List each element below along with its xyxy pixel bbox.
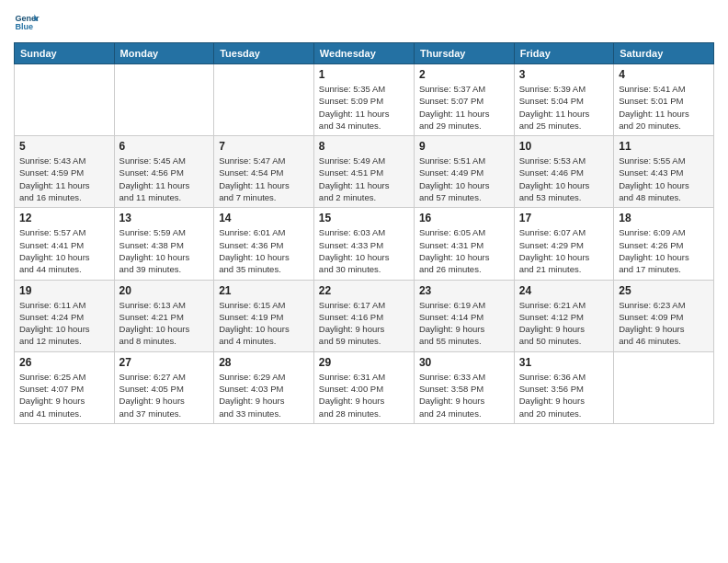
week-row-3: 12Sunrise: 5:57 AM Sunset: 4:41 PM Dayli… xyxy=(15,208,714,280)
day-number: 8 xyxy=(319,140,409,153)
day-number: 31 xyxy=(519,356,609,369)
day-info: Sunrise: 5:37 AM Sunset: 5:07 PM Dayligh… xyxy=(419,83,509,132)
day-info: Sunrise: 6:36 AM Sunset: 3:56 PM Dayligh… xyxy=(519,371,609,419)
day-number: 26 xyxy=(19,356,109,369)
calendar-cell: 27Sunrise: 6:27 AM Sunset: 4:05 PM Dayli… xyxy=(114,351,214,423)
day-info: Sunrise: 5:55 AM Sunset: 4:43 PM Dayligh… xyxy=(619,155,709,203)
day-number: 7 xyxy=(219,140,309,153)
day-info: Sunrise: 5:57 AM Sunset: 4:41 PM Dayligh… xyxy=(19,226,109,275)
week-row-1: 1Sunrise: 5:35 AM Sunset: 5:09 PM Daylig… xyxy=(15,64,714,136)
day-number: 22 xyxy=(319,284,409,297)
day-number: 24 xyxy=(519,284,609,297)
col-header-wednesday: Wednesday xyxy=(313,43,414,64)
logo-icon: General Blue xyxy=(14,9,40,35)
day-info: Sunrise: 5:53 AM Sunset: 4:46 PM Dayligh… xyxy=(519,155,609,203)
calendar-cell xyxy=(614,351,714,423)
calendar-cell: 11Sunrise: 5:55 AM Sunset: 4:43 PM Dayli… xyxy=(614,136,714,208)
day-number: 20 xyxy=(119,284,210,297)
day-number: 28 xyxy=(219,356,309,369)
calendar-cell: 24Sunrise: 6:21 AM Sunset: 4:12 PM Dayli… xyxy=(514,280,613,351)
col-header-monday: Monday xyxy=(114,43,214,64)
calendar-cell: 5Sunrise: 5:43 AM Sunset: 4:59 PM Daylig… xyxy=(15,136,115,208)
day-info: Sunrise: 6:11 AM Sunset: 4:24 PM Dayligh… xyxy=(19,299,109,348)
day-info: Sunrise: 6:33 AM Sunset: 3:58 PM Dayligh… xyxy=(419,371,509,419)
day-number: 23 xyxy=(419,284,509,297)
day-info: Sunrise: 6:05 AM Sunset: 4:31 PM Dayligh… xyxy=(419,226,509,275)
calendar-cell: 3Sunrise: 5:39 AM Sunset: 5:04 PM Daylig… xyxy=(514,64,613,136)
day-number: 2 xyxy=(419,68,509,81)
calendar-cell: 2Sunrise: 5:37 AM Sunset: 5:07 PM Daylig… xyxy=(414,64,514,136)
col-header-sunday: Sunday xyxy=(15,43,115,64)
calendar-cell: 30Sunrise: 6:33 AM Sunset: 3:58 PM Dayli… xyxy=(414,351,514,423)
col-header-friday: Friday xyxy=(514,43,613,64)
day-number: 17 xyxy=(519,212,609,224)
col-header-thursday: Thursday xyxy=(414,43,514,64)
day-info: Sunrise: 6:07 AM Sunset: 4:29 PM Dayligh… xyxy=(519,226,609,275)
day-number: 27 xyxy=(119,356,210,369)
calendar-cell: 22Sunrise: 6:17 AM Sunset: 4:16 PM Dayli… xyxy=(313,280,414,351)
day-info: Sunrise: 5:59 AM Sunset: 4:38 PM Dayligh… xyxy=(119,226,210,275)
day-number: 13 xyxy=(119,212,210,224)
calendar-cell: 16Sunrise: 6:05 AM Sunset: 4:31 PM Dayli… xyxy=(414,208,514,280)
col-header-tuesday: Tuesday xyxy=(214,43,314,64)
day-info: Sunrise: 6:31 AM Sunset: 4:00 PM Dayligh… xyxy=(319,371,409,419)
day-info: Sunrise: 5:51 AM Sunset: 4:49 PM Dayligh… xyxy=(419,155,509,203)
page-container: General Blue SundayMondayTuesdayWednesda… xyxy=(0,0,728,429)
calendar-cell: 1Sunrise: 5:35 AM Sunset: 5:09 PM Daylig… xyxy=(313,64,414,136)
calendar-cell: 15Sunrise: 6:03 AM Sunset: 4:33 PM Dayli… xyxy=(313,208,414,280)
day-info: Sunrise: 6:03 AM Sunset: 4:33 PM Dayligh… xyxy=(319,226,409,275)
day-number: 6 xyxy=(119,140,210,153)
day-info: Sunrise: 5:45 AM Sunset: 4:56 PM Dayligh… xyxy=(119,155,210,203)
day-info: Sunrise: 6:23 AM Sunset: 4:09 PM Dayligh… xyxy=(619,299,709,348)
week-row-5: 26Sunrise: 6:25 AM Sunset: 4:07 PM Dayli… xyxy=(15,351,714,423)
calendar-cell: 8Sunrise: 5:49 AM Sunset: 4:51 PM Daylig… xyxy=(313,136,414,208)
calendar-cell: 12Sunrise: 5:57 AM Sunset: 4:41 PM Dayli… xyxy=(15,208,115,280)
calendar-cell: 17Sunrise: 6:07 AM Sunset: 4:29 PM Dayli… xyxy=(514,208,613,280)
day-number: 29 xyxy=(319,356,409,369)
calendar-cell: 19Sunrise: 6:11 AM Sunset: 4:24 PM Dayli… xyxy=(15,280,115,351)
col-header-saturday: Saturday xyxy=(614,43,714,64)
day-info: Sunrise: 5:39 AM Sunset: 5:04 PM Dayligh… xyxy=(519,83,609,132)
day-number: 15 xyxy=(319,212,409,224)
calendar-cell: 4Sunrise: 5:41 AM Sunset: 5:01 PM Daylig… xyxy=(614,64,714,136)
day-info: Sunrise: 6:21 AM Sunset: 4:12 PM Dayligh… xyxy=(519,299,609,348)
day-number: 3 xyxy=(519,68,609,81)
day-info: Sunrise: 6:17 AM Sunset: 4:16 PM Dayligh… xyxy=(319,299,409,348)
day-info: Sunrise: 5:35 AM Sunset: 5:09 PM Dayligh… xyxy=(319,83,409,132)
calendar-cell: 13Sunrise: 5:59 AM Sunset: 4:38 PM Dayli… xyxy=(114,208,214,280)
calendar-cell: 23Sunrise: 6:19 AM Sunset: 4:14 PM Dayli… xyxy=(414,280,514,351)
day-info: Sunrise: 5:43 AM Sunset: 4:59 PM Dayligh… xyxy=(19,155,109,203)
day-info: Sunrise: 6:09 AM Sunset: 4:26 PM Dayligh… xyxy=(619,226,709,275)
day-info: Sunrise: 6:29 AM Sunset: 4:03 PM Dayligh… xyxy=(219,371,309,419)
day-info: Sunrise: 6:01 AM Sunset: 4:36 PM Dayligh… xyxy=(219,226,309,275)
calendar-cell: 9Sunrise: 5:51 AM Sunset: 4:49 PM Daylig… xyxy=(414,136,514,208)
day-number: 25 xyxy=(619,284,709,297)
svg-text:Blue: Blue xyxy=(15,22,33,31)
day-number: 9 xyxy=(419,140,509,153)
calendar-cell xyxy=(114,64,214,136)
calendar-cell: 25Sunrise: 6:23 AM Sunset: 4:09 PM Dayli… xyxy=(614,280,714,351)
day-number: 19 xyxy=(19,284,109,297)
calendar-cell: 29Sunrise: 6:31 AM Sunset: 4:00 PM Dayli… xyxy=(313,351,414,423)
day-info: Sunrise: 6:13 AM Sunset: 4:21 PM Dayligh… xyxy=(119,299,210,348)
calendar-table: SundayMondayTuesdayWednesdayThursdayFrid… xyxy=(14,42,714,424)
calendar-cell xyxy=(15,64,115,136)
calendar-cell: 7Sunrise: 5:47 AM Sunset: 4:54 PM Daylig… xyxy=(214,136,314,208)
day-number: 16 xyxy=(419,212,509,224)
day-info: Sunrise: 5:41 AM Sunset: 5:01 PM Dayligh… xyxy=(619,83,709,132)
calendar-cell: 10Sunrise: 5:53 AM Sunset: 4:46 PM Dayli… xyxy=(514,136,613,208)
day-info: Sunrise: 5:49 AM Sunset: 4:51 PM Dayligh… xyxy=(319,155,409,203)
day-number: 11 xyxy=(619,140,709,153)
calendar-cell: 14Sunrise: 6:01 AM Sunset: 4:36 PM Dayli… xyxy=(214,208,314,280)
calendar-cell: 20Sunrise: 6:13 AM Sunset: 4:21 PM Dayli… xyxy=(114,280,214,351)
day-info: Sunrise: 6:15 AM Sunset: 4:19 PM Dayligh… xyxy=(219,299,309,348)
calendar-cell: 31Sunrise: 6:36 AM Sunset: 3:56 PM Dayli… xyxy=(514,351,613,423)
day-info: Sunrise: 6:27 AM Sunset: 4:05 PM Dayligh… xyxy=(119,371,210,419)
logo: General Blue xyxy=(14,9,43,35)
day-number: 4 xyxy=(619,68,709,81)
day-number: 12 xyxy=(19,212,109,224)
week-row-2: 5Sunrise: 5:43 AM Sunset: 4:59 PM Daylig… xyxy=(15,136,714,208)
day-number: 5 xyxy=(19,140,109,153)
day-info: Sunrise: 5:47 AM Sunset: 4:54 PM Dayligh… xyxy=(219,155,309,203)
day-info: Sunrise: 6:19 AM Sunset: 4:14 PM Dayligh… xyxy=(419,299,509,348)
